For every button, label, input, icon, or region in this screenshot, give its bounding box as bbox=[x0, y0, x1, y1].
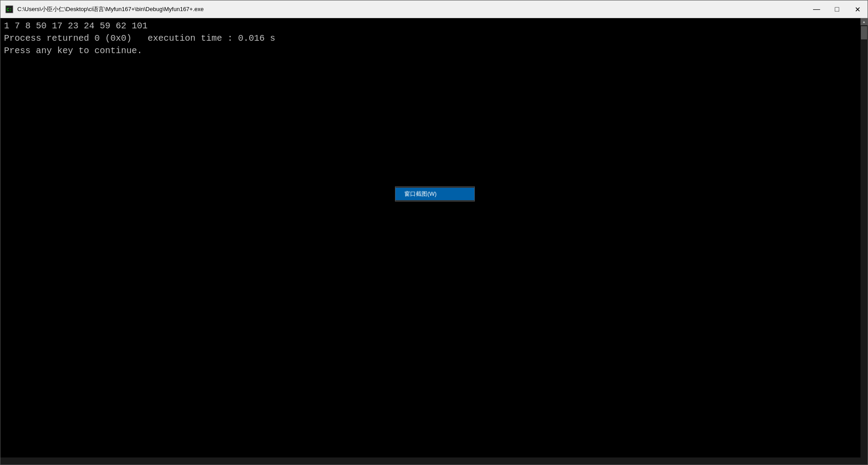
minimize-button[interactable]: — bbox=[806, 0, 827, 18]
scroll-up-arrow[interactable]: ▲ bbox=[860, 18, 868, 25]
console-line-3: Process returned 0 (0x0) execution time … bbox=[4, 32, 864, 45]
scrollbar-horizontal[interactable] bbox=[0, 457, 860, 465]
context-menu-item-screenshot[interactable]: 窗口截图(W) bbox=[395, 188, 474, 200]
scrollbar-vertical[interactable]: ▲ bbox=[860, 18, 868, 465]
context-menu: 窗口截图(W) bbox=[395, 186, 475, 202]
svg-text:C:: C: bbox=[7, 8, 12, 12]
app-icon: C: bbox=[5, 5, 14, 14]
maximize-button[interactable]: □ bbox=[827, 0, 847, 18]
console-area: 1 7 8 50 17 23 24 59 62 101 Process retu… bbox=[0, 18, 868, 465]
title-bar: C: C:\Users\小臣小仁\Desktop\ci语言\Myfun167+\… bbox=[0, 0, 868, 18]
main-window: C: C:\Users\小臣小仁\Desktop\ci语言\Myfun167+\… bbox=[0, 0, 868, 465]
window-title: C:\Users\小臣小仁\Desktop\ci语言\Myfun167+\bin… bbox=[17, 5, 863, 13]
close-button[interactable]: ✕ bbox=[847, 0, 868, 18]
window-controls: — □ ✕ bbox=[806, 0, 868, 18]
scroll-thumb[interactable] bbox=[861, 26, 867, 39]
console-line-1: 1 7 8 50 17 23 24 59 62 101 bbox=[4, 20, 864, 32]
console-line-4: Press any key to continue. bbox=[4, 45, 864, 57]
